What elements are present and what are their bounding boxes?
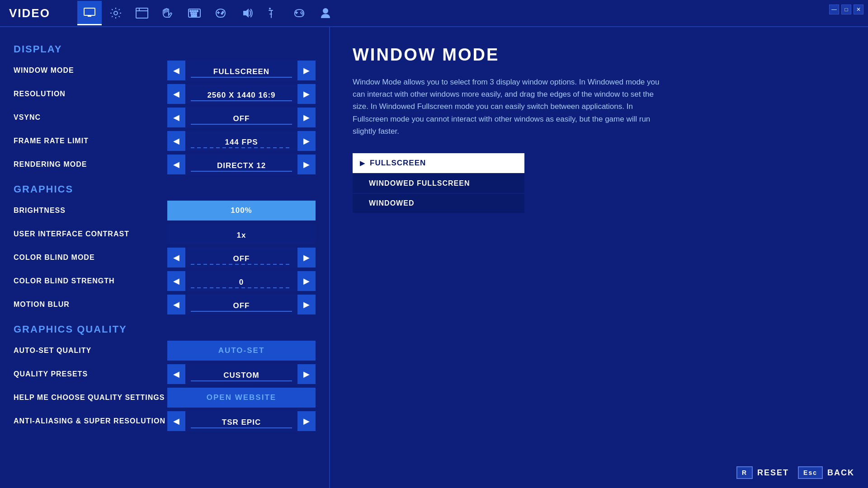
rendering-mode-label: RENDERING MODE bbox=[14, 160, 167, 169]
frame-rate-prev[interactable]: ◀ bbox=[167, 131, 185, 151]
svg-rect-10 bbox=[194, 10, 196, 12]
tab-gamepad2[interactable] bbox=[287, 1, 311, 25]
vsync-underline bbox=[191, 124, 292, 125]
tab-interface[interactable] bbox=[130, 1, 154, 25]
anti-aliasing-prev[interactable]: ◀ bbox=[167, 411, 185, 431]
tab-audio[interactable] bbox=[235, 1, 259, 25]
resolution-underline bbox=[191, 100, 292, 101]
svg-point-19 bbox=[221, 13, 222, 14]
svg-rect-12 bbox=[191, 13, 192, 14]
vsync-next[interactable]: ▶ bbox=[297, 108, 316, 127]
vsync-prev[interactable]: ◀ bbox=[167, 108, 185, 127]
color-blind-mode-underline bbox=[191, 264, 292, 265]
tab-video[interactable] bbox=[77, 1, 102, 25]
frame-rate-control: ◀ 144 FPS ▶ bbox=[167, 131, 316, 151]
svg-rect-13 bbox=[193, 13, 194, 14]
left-panel: DISPLAY WINDOW MODE ◀ FULLSCREEN ▶ RESOL… bbox=[0, 27, 330, 488]
setting-ui-contrast: USER INTERFACE CONTRAST 1x bbox=[0, 222, 329, 246]
svg-rect-11 bbox=[197, 10, 198, 12]
color-blind-strength-next[interactable]: ▶ bbox=[297, 271, 316, 291]
option-windowed-fullscreen[interactable]: WINDOWED FULLSCREEN bbox=[353, 174, 524, 193]
minimize-button[interactable]: — bbox=[829, 5, 839, 14]
help-quality-button[interactable]: OPEN WEBSITE bbox=[167, 388, 316, 408]
window-mode-prev[interactable]: ◀ bbox=[167, 61, 185, 80]
svg-rect-21 bbox=[269, 8, 271, 9]
nav-tabs bbox=[77, 1, 338, 25]
motion-blur-prev[interactable]: ◀ bbox=[167, 295, 185, 314]
ui-contrast-value: 1x bbox=[167, 224, 316, 244]
tab-account[interactable] bbox=[313, 1, 338, 25]
svg-point-26 bbox=[302, 13, 304, 15]
setting-resolution: RESOLUTION ◀ 2560 X 1440 16:9 ▶ bbox=[0, 82, 329, 106]
tab-gamepad-face[interactable] bbox=[208, 1, 233, 25]
anti-aliasing-label: ANTI-ALIASING & SUPER RESOLUTION bbox=[14, 417, 167, 425]
title-bar: VIDEO bbox=[0, 0, 868, 27]
setting-rendering-mode: RENDERING MODE ◀ DIRECTX 12 ▶ bbox=[0, 153, 329, 176]
resolution-prev[interactable]: ◀ bbox=[167, 84, 185, 104]
right-panel-description: Window Mode allows you to select from 3 … bbox=[353, 76, 660, 137]
setting-motion-blur: MOTION BLUR ◀ OFF ▶ bbox=[0, 293, 329, 316]
motion-blur-next[interactable]: ▶ bbox=[297, 295, 316, 314]
window-mode-label: WINDOW MODE bbox=[14, 66, 167, 75]
back-button[interactable]: Esc BACK bbox=[798, 466, 854, 479]
window-mode-underline bbox=[191, 77, 292, 78]
window-controls: — □ ✕ bbox=[829, 5, 863, 14]
svg-rect-14 bbox=[195, 13, 197, 14]
motion-blur-control: ◀ OFF ▶ bbox=[167, 295, 316, 314]
rendering-mode-prev[interactable]: ◀ bbox=[167, 155, 185, 174]
back-label: BACK bbox=[827, 468, 854, 478]
anti-aliasing-control: ◀ TSR EPIC ▶ bbox=[167, 411, 316, 431]
help-quality-control: OPEN WEBSITE bbox=[167, 388, 316, 408]
tab-accessibility[interactable] bbox=[261, 1, 285, 25]
window-mode-next[interactable]: ▶ bbox=[297, 61, 316, 80]
svg-rect-4 bbox=[136, 8, 148, 18]
close-button[interactable]: ✕ bbox=[854, 5, 863, 14]
motion-blur-label: MOTION BLUR bbox=[14, 300, 167, 309]
option-fullscreen[interactable]: ▶ FULLSCREEN bbox=[353, 153, 524, 173]
rendering-mode-control: ◀ DIRECTX 12 ▶ bbox=[167, 155, 316, 174]
frame-rate-label: FRAME RATE LIMIT bbox=[14, 137, 167, 145]
option-fullscreen-arrow: ▶ bbox=[360, 160, 365, 167]
color-blind-mode-label: COLOR BLIND MODE bbox=[14, 253, 167, 262]
option-list: ▶ FULLSCREEN WINDOWED FULLSCREEN WINDOWE… bbox=[353, 153, 524, 213]
svg-rect-15 bbox=[191, 15, 197, 16]
ui-contrast-control: 1x bbox=[167, 224, 316, 244]
vsync-value: OFF bbox=[186, 108, 297, 127]
back-key: Esc bbox=[798, 466, 823, 479]
color-blind-strength-control: ◀ 0 ▶ bbox=[167, 271, 316, 291]
auto-set-quality-label: AUTO-SET QUALITY bbox=[14, 347, 167, 355]
svg-marker-20 bbox=[243, 9, 249, 18]
reset-label: RESET bbox=[757, 468, 789, 478]
window-mode-control: ◀ FULLSCREEN ▶ bbox=[167, 61, 316, 80]
brightness-label: BRIGHTNESS bbox=[14, 206, 167, 215]
auto-set-quality-button[interactable]: AUTO-SET bbox=[167, 341, 316, 361]
resolution-next[interactable]: ▶ bbox=[297, 84, 316, 104]
brightness-value[interactable]: 100% bbox=[167, 201, 316, 221]
maximize-button[interactable]: □ bbox=[841, 5, 851, 14]
setting-auto-set-quality: AUTO-SET QUALITY AUTO-SET bbox=[0, 339, 329, 362]
rendering-mode-next[interactable]: ▶ bbox=[297, 155, 316, 174]
tab-keyboard[interactable] bbox=[182, 1, 207, 25]
option-windowed-fullscreen-label: WINDOWED FULLSCREEN bbox=[369, 179, 470, 188]
color-blind-strength-prev[interactable]: ◀ bbox=[167, 271, 185, 291]
setting-help-quality: HELP ME CHOOSE QUALITY SETTINGS OPEN WEB… bbox=[0, 386, 329, 409]
anti-aliasing-next[interactable]: ▶ bbox=[297, 411, 316, 431]
quality-presets-value: CUSTOM bbox=[186, 364, 297, 384]
color-blind-strength-value: 0 bbox=[186, 271, 297, 291]
svg-rect-0 bbox=[84, 8, 95, 15]
reset-key: R bbox=[736, 466, 753, 479]
color-blind-mode-next[interactable]: ▶ bbox=[297, 248, 316, 267]
setting-color-blind-strength: COLOR BLIND STRENGTH ◀ 0 ▶ bbox=[0, 269, 329, 293]
quality-presets-label: QUALITY PRESETS bbox=[14, 370, 167, 378]
option-windowed[interactable]: WINDOWED bbox=[353, 194, 524, 213]
color-blind-mode-prev[interactable]: ◀ bbox=[167, 248, 185, 267]
svg-rect-9 bbox=[192, 10, 193, 12]
quality-presets-control: ◀ CUSTOM ▶ bbox=[167, 364, 316, 384]
svg-point-29 bbox=[323, 8, 328, 14]
tab-settings[interactable] bbox=[104, 1, 128, 25]
quality-presets-prev[interactable]: ◀ bbox=[167, 364, 185, 384]
quality-presets-next[interactable]: ▶ bbox=[297, 364, 316, 384]
tab-controller[interactable] bbox=[156, 1, 180, 25]
frame-rate-next[interactable]: ▶ bbox=[297, 131, 316, 151]
reset-button[interactable]: R RESET bbox=[736, 466, 789, 479]
